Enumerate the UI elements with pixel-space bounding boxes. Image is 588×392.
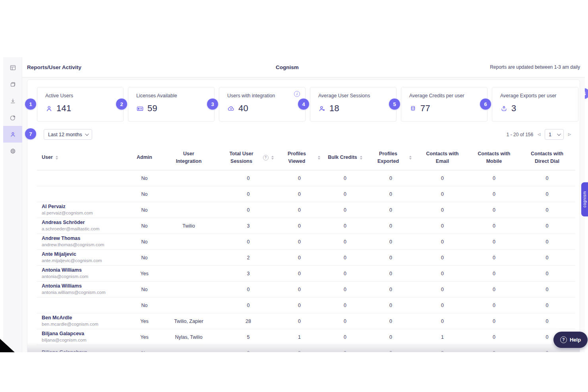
value-cell: 0 [275,266,324,281]
column-help-icon[interactable]: ? [263,155,269,160]
sidebar-item-exports[interactable] [3,93,22,109]
value-cell: 0 [324,170,366,186]
user-email: al.pervaiz@cognism.com [42,210,93,216]
sort-icon[interactable] [318,156,320,160]
column-header[interactable]: User [37,145,133,170]
column-header[interactable]: Profiles Exported [366,145,416,170]
integration-cell: Nylas, Twilio [155,329,222,345]
cognism-side-tab[interactable]: cognism [581,182,588,216]
value-cell: 0 [366,313,416,329]
value-cell: 0 [416,297,469,313]
sidebar-item-global[interactable] [3,143,22,159]
prev-page-icon[interactable]: ◁ [538,133,540,136]
value-cell: 0 [519,282,575,297]
stat-card-users-with-integration: Users with integration i 40 [219,87,306,122]
value-cell: 0 [519,218,575,234]
table-row[interactable]: No 0000000 [37,186,575,202]
integration-cell [155,186,222,202]
value-cell: 0 [469,186,519,202]
column-header[interactable]: User Integration [155,145,222,170]
value-cell: 3 [222,266,275,281]
table-row[interactable]: Al Pervaiz al.pervaiz@cognism.com No 000… [37,202,575,218]
column-header-label: Admin [137,154,152,161]
sort-icon[interactable] [271,156,274,160]
table-row[interactable]: No 0000000 [37,297,575,313]
user-name: Ante Mijaljevic [42,251,76,257]
period-dropdown[interactable]: Last 12 months [44,129,92,140]
sidebar-item-user-activity[interactable] [3,126,22,143]
value-cell: 0 [222,234,275,249]
integration-cell: Twilio, Zapier [155,313,222,329]
step-badge-7: 7 [25,128,36,139]
table-row[interactable]: Ante Mijaljevic ante.mijaljevic@cognism.… [37,250,575,266]
column-header[interactable]: Admin [133,145,155,170]
integration-cell: Twilio [155,218,222,234]
integration-cell [155,266,222,281]
value-cell: 0 [222,202,275,218]
value-cell: 0 [366,297,416,313]
stat-label: Active Users [45,93,73,98]
table-row[interactable]: Ben McArdle ben.mcardle@cognism.com Yes … [37,313,575,329]
column-header[interactable]: Bulk Credits [324,145,366,170]
column-header[interactable]: Contacts with Mobile [469,145,519,170]
value-cell: 1 [275,329,324,345]
stat-value: 3 [511,103,516,114]
column-header[interactable]: Total User Sessions ? [222,145,275,170]
stat-card-average-exports: Average Exports per user 3 [492,87,578,122]
help-button[interactable]: ? Help [553,332,588,348]
value-cell: 0 [222,282,275,297]
table-row[interactable]: No 0000000 [37,170,575,186]
table-row[interactable]: Biljana Galapceva biljana@cognism.com Ye… [37,329,575,345]
sort-icon[interactable] [56,156,58,160]
sort-icon[interactable] [360,156,362,160]
next-page-icon[interactable]: ▷ [568,133,571,136]
sidebar-item-dashboard[interactable] [3,59,22,76]
value-cell: 0 [324,282,366,297]
value-cell: 5 [222,329,275,345]
sidebar-item-analytics[interactable] [3,109,22,126]
layout-icon [10,64,16,71]
value-cell: 0 [519,297,575,313]
user-name: Andrew Thomas [42,236,80,241]
admin-cell: No [133,282,155,297]
value-cell: 0 [519,266,575,281]
page-select[interactable]: 1 [545,129,564,140]
admin-cell: Yes [133,313,155,329]
step-badge-3: 3 [207,98,218,110]
table-row[interactable]: Andrew Thomas andrew.thomas@cognism.com … [37,234,575,250]
column-header-label: Total User Sessions [223,150,260,166]
value-cell: 0 [275,250,324,265]
value-cell: 0 [416,234,469,249]
table-row[interactable]: Biljana Galapcheva No 0000000 [37,345,575,352]
value-cell: 0 [519,170,575,186]
value-cell: 0 [324,345,366,352]
value-cell: 0 [275,282,324,297]
table-row[interactable]: Antonia Williams antonia@cognism.com Yes… [37,266,575,282]
column-header[interactable]: Contacts with Email [416,145,469,170]
user-email: antonia@cognism.com [42,274,88,280]
value-cell: 0 [469,266,519,281]
value-cell: 0 [222,345,275,352]
stat-label: Average User Sessions [318,93,370,98]
value-cell: 0 [324,266,366,281]
value-cell: 0 [469,282,519,297]
column-header[interactable]: Profiles Viewed [275,145,324,170]
stat-value: 40 [238,103,248,114]
help-icon: ? [560,336,567,343]
globe-icon [10,148,16,154]
table-row[interactable]: Antonia Williams antonia.williams@cognis… [37,282,575,297]
table-body: No 0000000 No 0000000 Al Pervaiz al.perv… [37,170,575,352]
sort-icon[interactable] [409,156,412,160]
value-cell: 0 [519,234,575,249]
stat-label: Average Credits per user [409,93,464,98]
table-row[interactable]: Andreas Schröder a.schroeder@mailtastic.… [37,218,575,234]
info-icon[interactable]: i [294,91,300,97]
stat-value: 59 [147,103,157,114]
value-cell: 0 [469,345,519,352]
sidebar-item-lists[interactable] [3,76,22,93]
column-header[interactable]: Contacts with Direct Dial [519,145,575,170]
user-name: Biljana Galapcheva [42,350,87,352]
user-email: ben.mcardle@cognism.com [42,322,99,327]
user-name: Ben McArdle [42,315,72,321]
step-badge-5: 5 [389,98,400,110]
